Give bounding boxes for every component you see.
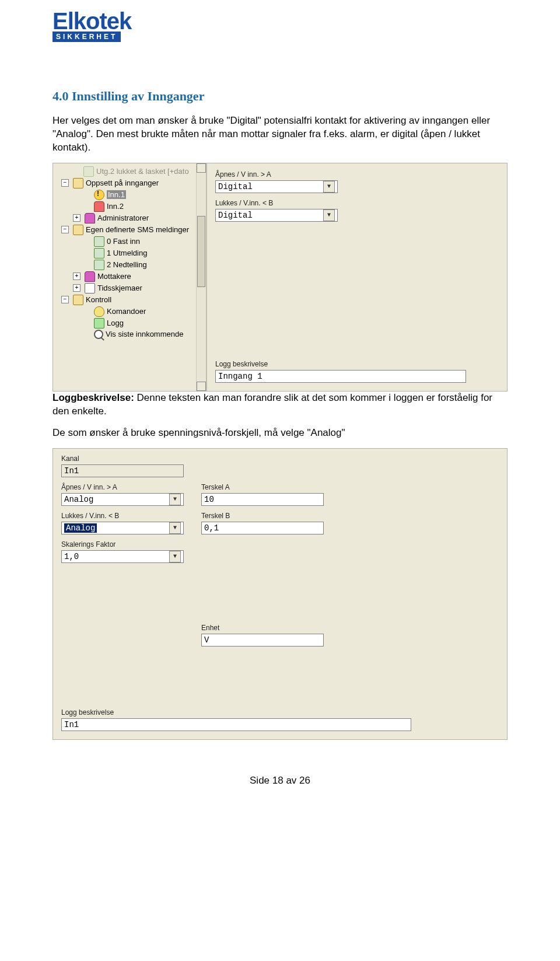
folderop-icon	[73, 295, 83, 305]
kanal-input: In1	[61, 464, 184, 477]
lukkes-label: Lukkes / V.inn. < B	[215, 199, 499, 207]
spacer-icon	[83, 261, 90, 268]
chevron-down-icon: ▼	[169, 551, 181, 562]
fields-panel: Åpnes / V inn. > A Digital ▼ Lukkes / V.…	[206, 163, 507, 391]
section-heading: 4.0 Innstilling av Innganger	[52, 89, 508, 104]
loggbeskrivelse-bold: Loggbeskrivelse:	[52, 392, 134, 403]
tree-item[interactable]: +Tidsskjemaer	[57, 282, 202, 294]
terskelB-input[interactable]: 0,1	[201, 522, 324, 534]
logo-tagline: SIKKERHET	[52, 32, 121, 42]
lukkes2-label: Lukkes / V.inn. < B	[61, 512, 184, 520]
spacer-icon	[83, 250, 90, 256]
lukkes2-select[interactable]: Analog ▼	[61, 522, 184, 534]
persons-icon	[85, 213, 95, 223]
folderop-icon	[73, 225, 83, 235]
logg-value: Inngang 1	[218, 372, 262, 381]
grid-icon	[94, 236, 104, 247]
tree-item-label: Tidsskjemaer	[97, 284, 142, 292]
terskelA-input[interactable]: 10	[201, 493, 324, 506]
apnes-label: Åpnes / V inn. > A	[215, 170, 499, 179]
lukkes2-value: Analog	[64, 523, 97, 533]
grid-icon	[83, 166, 94, 177]
tree-item-label: Inn.2	[107, 202, 124, 211]
tree-item[interactable]: Komandoer	[57, 306, 202, 317]
spacer-icon	[83, 191, 90, 198]
collapse-icon[interactable]: −	[61, 226, 69, 233]
person-icon	[94, 201, 104, 212]
chevron-down-icon: ▼	[323, 209, 335, 221]
tree-item-label: Oppsett på innganger	[86, 179, 159, 187]
spacer-icon	[83, 238, 90, 244]
tree-item-label: 0 Fast inn	[107, 237, 140, 246]
tree-item[interactable]: 1 Utmelding	[57, 247, 202, 259]
logg2-input[interactable]: In1	[61, 718, 411, 731]
bulb-icon	[94, 306, 104, 317]
tree-item-label: Vis siste innkommende	[106, 330, 183, 338]
enhet-value: V	[204, 635, 209, 645]
settings-panel-digital: Utg.2 lukket & lasket [+dato −Oppsett på…	[52, 163, 508, 392]
terskelB-label: Terskel B	[201, 512, 324, 520]
apnes2-label: Åpnes / V inn. > A	[61, 483, 184, 491]
terskelA-label: Terskel A	[201, 483, 324, 491]
scroll-thumb[interactable]	[197, 216, 205, 287]
magnify-icon	[94, 330, 103, 339]
paragraph-2: Loggbeskrivelse: Denne teksten kan man f…	[52, 392, 508, 418]
tree-item[interactable]: Logg	[57, 317, 202, 329]
kanal-value: In1	[64, 466, 79, 476]
tree-item-label: Inn.1	[107, 190, 126, 199]
apnes2-value: Analog	[64, 495, 93, 504]
skalering-value: 1,0	[64, 552, 79, 561]
logo-name: Elkotek	[52, 11, 508, 32]
tree-item-label: Logg	[107, 319, 124, 327]
tree-item[interactable]: Vis siste innkommende	[57, 329, 202, 340]
enhet-label: Enhet	[201, 624, 324, 632]
logg-label: Logg beskrivelse	[215, 360, 499, 368]
tree-item-label: 1 Utmelding	[107, 249, 147, 257]
enhet-input[interactable]: V	[201, 634, 324, 647]
apnes-value: Digital	[218, 182, 253, 191]
kanal-label: Kanal	[61, 455, 499, 463]
log-icon	[94, 318, 104, 329]
tree-item[interactable]: −Kontroll	[57, 294, 202, 306]
collapse-icon[interactable]: −	[61, 179, 69, 187]
tree-view[interactable]: Utg.2 lukket & lasket [+dato −Oppsett på…	[53, 163, 206, 391]
tree-item-label: Kontroll	[86, 295, 111, 304]
expand-icon[interactable]: +	[73, 214, 80, 222]
apnes-select[interactable]: Digital ▼	[215, 180, 338, 193]
expand-icon[interactable]: +	[73, 284, 80, 292]
skalering-label: Skalerings Faktor	[61, 540, 184, 548]
spacer-icon	[83, 331, 90, 337]
spacer-icon	[83, 203, 90, 209]
terskelA-value: 10	[204, 495, 214, 504]
scrollbar[interactable]	[196, 163, 206, 391]
tree-item[interactable]: Inn.1	[57, 189, 202, 201]
tree-item[interactable]: 0 Fast inn	[57, 236, 202, 247]
apnes2-select[interactable]: Analog ▼	[61, 493, 184, 506]
logg-input[interactable]: Inngang 1	[215, 370, 466, 383]
tree-item-label: 2 Nedtelling	[107, 260, 147, 269]
tree-item-label: Egen definerte SMS meldinger	[86, 225, 189, 234]
logg2-value: In1	[64, 720, 79, 729]
spacer-icon	[83, 320, 90, 326]
expand-icon[interactable]: +	[73, 272, 80, 280]
grid-icon	[94, 248, 104, 258]
settings-panel-analog: Kanal In1 Åpnes / V inn. > A Analog ▼ Lu…	[52, 448, 508, 740]
tree-item[interactable]: +Mottakere	[57, 271, 202, 282]
chevron-down-icon: ▼	[169, 494, 181, 505]
tree-item[interactable]: 2 Nedtelling	[57, 259, 202, 271]
skalering-select[interactable]: 1,0 ▼	[61, 550, 184, 563]
lukkes-select[interactable]: Digital ▼	[215, 209, 338, 222]
tree-item-label: Komandoer	[107, 307, 146, 316]
chevron-down-icon: ▼	[323, 181, 335, 193]
tree-item[interactable]: Inn.2	[57, 201, 202, 212]
spacer-icon	[83, 308, 90, 314]
terskelB-value: 0,1	[204, 523, 219, 533]
folderop-icon	[73, 178, 83, 188]
persons-icon	[85, 271, 95, 282]
tree-item[interactable]: +Administratorer	[57, 212, 202, 224]
collapse-icon[interactable]: −	[61, 296, 69, 303]
tree-item[interactable]: −Oppsett på innganger	[57, 177, 202, 189]
paragraph-1: Her velges det om man ønsker å bruke "Di…	[52, 114, 508, 155]
page-number: Side 18 av 26	[52, 775, 508, 787]
tree-item[interactable]: −Egen definerte SMS meldinger	[57, 224, 202, 236]
